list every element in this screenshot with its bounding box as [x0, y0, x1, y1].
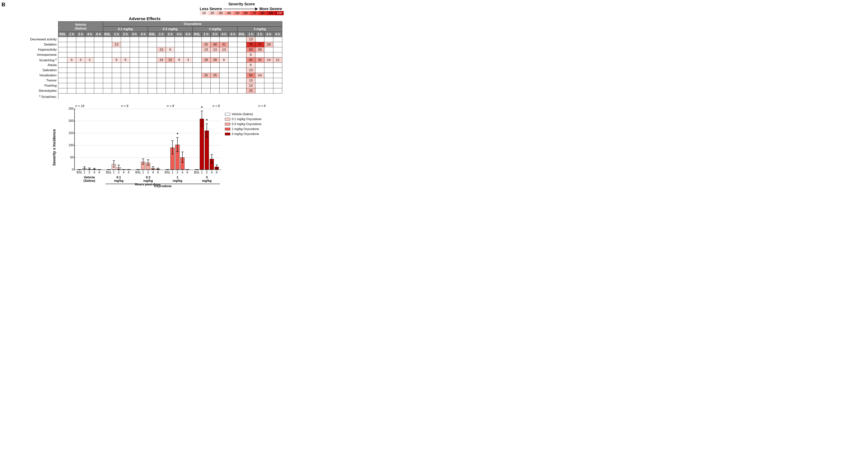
heatmap-cell: 6 [246, 63, 255, 68]
heatmap-cell [112, 68, 121, 73]
heatmap-cell [238, 68, 246, 73]
heatmap-cell [112, 73, 121, 78]
heatmap-cell [103, 73, 112, 78]
heatmap-cell [273, 68, 282, 73]
severity-legend: Severity Score Less Severe More Severe 1… [6, 2, 284, 15]
heatmap-cell [193, 63, 202, 68]
heatmap-cell [175, 78, 184, 83]
legend-item: 0.3 mg/kg Oxycodone [225, 123, 290, 126]
heatmap-cell [76, 78, 85, 83]
heatmap-cell [220, 68, 228, 73]
legend-item: 0.1 mg/kg Oxycodone [225, 117, 290, 121]
y-tick: 0 [67, 168, 73, 171]
x-tick: 4 [211, 171, 213, 174]
heatmap-cell [220, 88, 228, 94]
heatmap-cell [166, 83, 175, 88]
chart-legend: Vehicle (Saline)0.1 mg/kg Oxycodone0.3 m… [223, 109, 290, 187]
scale-swatch: 80 [258, 11, 267, 15]
heatmap-cell: 71 [255, 42, 265, 47]
heatmap-cell [228, 68, 238, 73]
heatmap-cell [166, 53, 175, 58]
heatmap-cell [85, 63, 94, 68]
heatmap-cell [85, 78, 94, 83]
heatmap-cell: 11 [273, 58, 282, 63]
heatmap-cell [67, 37, 76, 42]
heatmap-cell: 13 [246, 37, 255, 42]
heatmap-cell: 6 [220, 58, 228, 63]
legend-item: Vehicle (Saline) [225, 112, 290, 116]
row-label: Tremor [7, 78, 58, 83]
heatmap-cell [238, 53, 246, 58]
x-tick: 2 [177, 171, 178, 174]
arrow-icon [224, 7, 258, 11]
heatmap-cell [184, 53, 193, 58]
group-label: 0.3mg/kg [143, 176, 153, 183]
heatmap-cell: 32 [255, 58, 265, 63]
n-value: n = 8 [121, 104, 128, 108]
heatmap-cell [58, 83, 67, 88]
heatmap-cell [94, 63, 103, 68]
y-tick: 50 [67, 156, 73, 159]
heatmap-cell [130, 78, 139, 83]
heatmap-cell [121, 68, 130, 73]
heatmap-cell [139, 88, 148, 94]
heatmap-cell [85, 83, 94, 88]
heatmap-cell [175, 47, 184, 53]
heatmap-cell [228, 53, 238, 58]
heatmap-cell [273, 73, 282, 78]
heatmap-cell [103, 42, 112, 47]
heatmap-cell: 75 [246, 42, 255, 47]
row-label: Ataxia [7, 63, 58, 68]
heatmap-cell [273, 63, 282, 68]
n-value: n = 16 [75, 104, 85, 108]
heatmap-cell [238, 83, 246, 88]
heatmap-cell: 13 [246, 83, 255, 88]
heatmap-cell: 13 [246, 78, 255, 83]
heatmap-cell [265, 68, 273, 73]
scale-swatch: 10 [200, 11, 208, 15]
heatmap-cell: 25 [246, 88, 255, 94]
heatmap-cell: 6 [166, 47, 175, 53]
heatmap-cell [238, 73, 246, 78]
heatmap-cell [94, 37, 103, 42]
legend-swatch [225, 118, 230, 121]
heatmap-cell [211, 88, 220, 94]
legend-swatch [225, 123, 230, 126]
heatmap-cell [94, 42, 103, 47]
heatmap-cell [148, 58, 157, 63]
heatmap-cell [58, 37, 67, 42]
heatmap-cell [58, 58, 67, 63]
heatmap-cell [255, 68, 265, 73]
heatmap-cell [121, 63, 130, 68]
heatmap-cell [166, 63, 175, 68]
n-value: n = 8 [213, 104, 220, 108]
heatmap-cell [139, 42, 148, 47]
heatmap-cell [184, 63, 193, 68]
heatmap-cell [121, 88, 130, 94]
heatmap-cell [157, 53, 166, 58]
significance-marker: * [201, 105, 203, 110]
heatmap-cell [265, 73, 273, 78]
legend-swatch [225, 113, 230, 115]
scale-swatch: 70 [250, 11, 258, 15]
bar [180, 158, 185, 170]
heatmap-cell [58, 73, 67, 78]
heatmap-cell [139, 37, 148, 42]
bar [146, 163, 150, 170]
heatmap-cell [112, 37, 121, 42]
heatmap-cell [238, 58, 246, 63]
heatmap-cell: 13 [157, 47, 166, 53]
legend-color-scale: 102030405060708090100 [200, 11, 284, 15]
legend-swatch [225, 128, 230, 130]
n-value: n = 8 [258, 104, 266, 108]
heatmap-cell [85, 73, 94, 78]
heatmap-cell [139, 58, 148, 63]
heatmap-cell: 29 [265, 42, 273, 47]
row-label: Decreased activity [7, 37, 58, 42]
heatmap-cell: 25 [202, 42, 211, 47]
heatmap-cell: 29 [255, 47, 265, 53]
heatmap-cell [130, 63, 139, 68]
row-label: Sedation [7, 42, 58, 47]
heatmap-cell [273, 88, 282, 94]
heatmap-cell [211, 78, 220, 83]
